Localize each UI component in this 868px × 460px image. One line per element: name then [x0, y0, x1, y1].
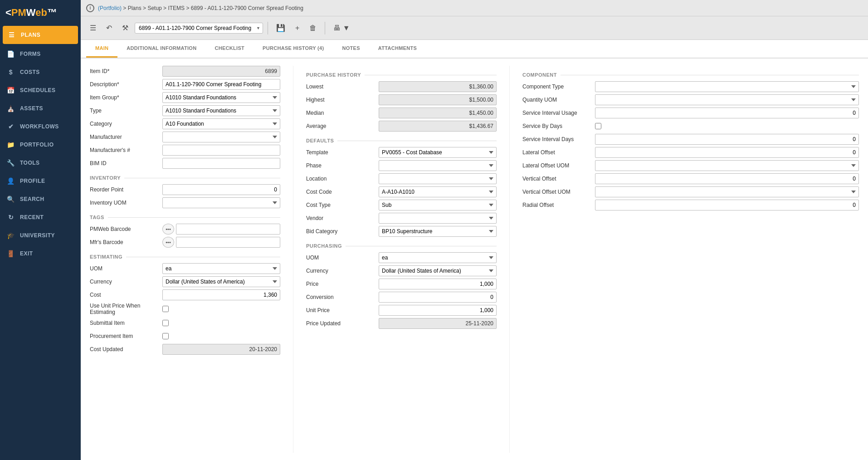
- location-select[interactable]: [379, 173, 497, 184]
- sidebar-item-plans[interactable]: ☰ PLANS: [3, 26, 78, 44]
- lateral-offset-input[interactable]: [595, 147, 859, 158]
- add-button[interactable]: +: [292, 22, 303, 34]
- use-unit-price-checkbox[interactable]: [162, 306, 169, 312]
- cost-updated-input[interactable]: [162, 344, 280, 355]
- service-interval-days-label: Service Interval Days: [522, 136, 595, 142]
- lowest-row: Lowest: [306, 81, 497, 92]
- manufacturer-select[interactable]: [162, 132, 280, 142]
- cost-code-select[interactable]: A-A10-A1010: [379, 186, 497, 197]
- sidebar-item-portfolio[interactable]: 📁 PORTFOLIO: [0, 136, 81, 154]
- bim-id-input[interactable]: [162, 158, 280, 169]
- vertical-offset-input[interactable]: [595, 173, 859, 184]
- radial-offset-input[interactable]: [595, 200, 859, 210]
- type-select[interactable]: A1010 Standard Foundations: [162, 105, 280, 116]
- sidebar-item-label: WORKFLOWS: [20, 123, 59, 130]
- pur-uom-select[interactable]: ea: [379, 252, 497, 263]
- service-interval-usage-input[interactable]: [595, 108, 859, 118]
- delete-button[interactable]: 🗑: [306, 22, 320, 34]
- reorder-point-input[interactable]: [162, 184, 280, 195]
- vertical-offset-uom-select[interactable]: [595, 186, 859, 197]
- highest-row: Highest: [306, 94, 497, 105]
- sidebar-item-label: PORTFOLIO: [20, 142, 54, 148]
- mfrs-barcode-btn[interactable]: •••: [162, 237, 174, 248]
- service-by-days-checkbox[interactable]: [595, 123, 601, 129]
- tab-attachments[interactable]: ATTACHMENTS: [369, 40, 426, 58]
- cost-updated-row: Cost Updated: [90, 344, 280, 355]
- assets-icon: ⛪: [6, 104, 15, 113]
- pmweb-barcode-input[interactable]: [176, 224, 280, 235]
- description-input[interactable]: [162, 79, 280, 90]
- sidebar-item-university[interactable]: 🎓 UNIVERSITY: [0, 226, 81, 245]
- sidebar: <PMWeb™ ☰ PLANS 📄 FORMS $ COSTS 📅 SCHEDU…: [0, 0, 81, 460]
- phase-select[interactable]: [379, 160, 497, 171]
- undo-button[interactable]: ↶: [102, 22, 116, 34]
- unit-price-input[interactable]: [379, 305, 497, 316]
- sidebar-item-tools[interactable]: 🔧 TOOLS: [0, 154, 81, 172]
- sidebar-item-exit[interactable]: 🚪 EXIT: [0, 245, 81, 263]
- save-button[interactable]: 💾: [273, 22, 289, 34]
- conversion-input[interactable]: [379, 292, 497, 303]
- template-select[interactable]: PV0055 - Cost Database: [379, 147, 497, 158]
- mfrs-barcode-label: Mfr's Barcode: [90, 239, 162, 245]
- mfrs-barcode-input[interactable]: [176, 237, 280, 248]
- reorder-point-row: Reorder Point: [90, 184, 280, 195]
- vertical-offset-label: Vertical Offset: [522, 176, 595, 182]
- service-by-days-label: Service By Days: [522, 123, 595, 129]
- quantity-uom-select[interactable]: [595, 94, 859, 105]
- submittal-item-checkbox[interactable]: [162, 320, 169, 326]
- price-input[interactable]: [379, 279, 497, 289]
- tab-main[interactable]: MAIN: [86, 40, 117, 58]
- tab-checklist[interactable]: CHECKLIST: [205, 40, 254, 58]
- sidebar-item-label: ASSETS: [20, 105, 43, 112]
- component-type-select[interactable]: [595, 81, 859, 92]
- record-selector[interactable]: 6899 - A01.1-120-7900 Corner Spread Foot…: [135, 23, 263, 34]
- service-interval-days-row: Service Interval Days: [522, 134, 859, 145]
- service-interval-days-input[interactable]: [595, 134, 859, 145]
- tab-purchase-history[interactable]: PURCHASE HISTORY (4): [254, 40, 333, 58]
- separator-1: [268, 22, 268, 34]
- pur-currency-select[interactable]: Dollar (United States of America): [379, 265, 497, 276]
- form-middle: PURCHASE HISTORY Lowest Highest Median A…: [306, 66, 497, 453]
- cost-updated-label: Cost Updated: [90, 346, 162, 352]
- sidebar-item-costs[interactable]: $ COSTS: [0, 63, 81, 81]
- location-label: Location: [306, 176, 379, 182]
- procurement-item-checkbox[interactable]: [162, 333, 169, 339]
- vendor-select[interactable]: [379, 213, 497, 224]
- breadcrumb-portfolio[interactable]: (Portfolio): [98, 5, 122, 11]
- sidebar-item-search[interactable]: 🔍 SEARCH: [0, 190, 81, 208]
- quantity-uom-label: Quantity UOM: [522, 97, 595, 103]
- est-currency-select[interactable]: Dollar (United States of America): [162, 276, 280, 287]
- search-icon: 🔍: [6, 195, 15, 204]
- exit-icon: 🚪: [6, 249, 15, 258]
- sidebar-item-workflows[interactable]: ✔ WORKFLOWS: [0, 117, 81, 136]
- cost-input[interactable]: [162, 289, 280, 300]
- item-group-select[interactable]: A1010 Standard Foundations: [162, 92, 280, 103]
- info-icon[interactable]: i: [86, 4, 94, 12]
- est-uom-select[interactable]: ea: [162, 263, 280, 274]
- template-row: Template PV0055 - Cost Database: [306, 147, 497, 158]
- lateral-offset-uom-select[interactable]: [595, 160, 859, 171]
- inventory-uom-select[interactable]: [162, 197, 280, 208]
- pmweb-barcode-btn[interactable]: •••: [162, 224, 174, 235]
- vendor-label: Vendor: [306, 215, 379, 221]
- price-updated-input: [379, 318, 497, 329]
- toolbar: ☰ ↶ ⚒ 6899 - A01.1-120-7900 Corner Sprea…: [81, 16, 868, 40]
- category-select[interactable]: A10 Foundation: [162, 118, 280, 129]
- average-label: Average: [306, 123, 379, 129]
- portfolio-icon: 📁: [6, 140, 15, 149]
- manufacturers-num-input[interactable]: [162, 145, 280, 156]
- sidebar-item-forms[interactable]: 📄 FORMS: [0, 45, 81, 63]
- sidebar-item-profile[interactable]: 👤 PROFILE: [0, 172, 81, 190]
- hierarchy-button[interactable]: ⚒: [118, 22, 132, 34]
- tab-notes[interactable]: NOTES: [333, 40, 369, 58]
- list-view-button[interactable]: ☰: [86, 22, 100, 34]
- sidebar-item-recent[interactable]: ↻ RECENT: [0, 208, 81, 226]
- bid-category-select[interactable]: BP10 Superstructure: [379, 226, 497, 237]
- vertical-offset-uom-label: Vertical Offset UOM: [522, 189, 595, 195]
- sidebar-item-assets[interactable]: ⛪ ASSETS: [0, 99, 81, 117]
- sidebar-item-schedules[interactable]: 📅 SCHEDULES: [0, 81, 81, 99]
- print-button[interactable]: 🖶 ▼: [330, 22, 353, 34]
- cost-type-select[interactable]: Sub: [379, 200, 497, 210]
- tab-additional[interactable]: ADDITIONAL INFORMATION: [117, 40, 205, 58]
- item-id-input[interactable]: [162, 66, 280, 77]
